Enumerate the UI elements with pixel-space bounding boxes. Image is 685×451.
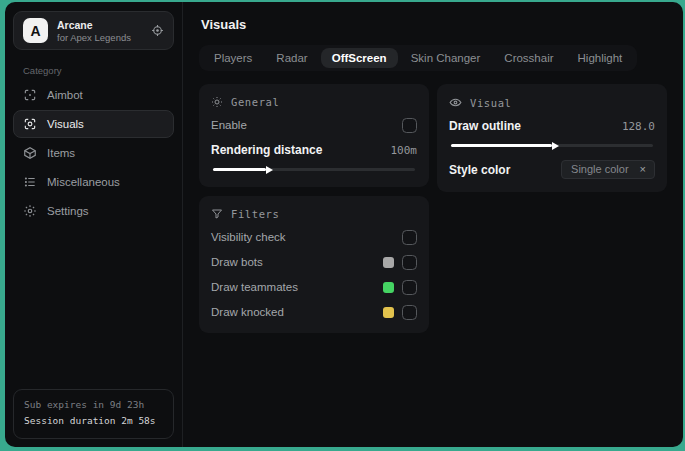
visual-panel: Visual Draw outline 128.0 Style color <box>437 84 667 192</box>
enable-checkbox[interactable] <box>402 118 417 133</box>
panel-title: Visual <box>470 97 512 109</box>
general-panel: General Enable Rendering distance 100m <box>199 84 429 187</box>
panel-area: General Enable Rendering distance 100m <box>199 84 667 333</box>
general-panel-header: General <box>211 96 417 108</box>
draw-outline-slider[interactable] <box>451 144 653 147</box>
draw-knocked-label: Draw knocked <box>211 306 284 318</box>
sidebar: A Arcane for Apex Legends Category <box>5 2 183 447</box>
draw-teammates-label: Draw teammates <box>211 281 298 293</box>
draw-knocked-row: Draw knocked <box>211 304 417 320</box>
tab-radar[interactable]: Radar <box>265 48 318 68</box>
draw-knocked-controls <box>383 305 417 320</box>
draw-teammates-row: Draw teammates <box>211 279 417 295</box>
slider-fill <box>451 144 552 147</box>
category-label: Category <box>23 65 164 76</box>
gear-icon <box>23 204 37 218</box>
draw-teammates-checkbox[interactable] <box>402 280 417 295</box>
rendering-distance-label: Rendering distance <box>211 143 322 157</box>
panel-column-right: Visual Draw outline 128.0 Style color <box>437 84 667 192</box>
filters-panel: Filters Visibility check Draw bots <box>199 196 429 333</box>
style-color-select[interactable]: Single color × <box>561 160 655 179</box>
slider-handle[interactable] <box>266 166 273 174</box>
tab-skin-changer[interactable]: Skin Changer <box>400 48 492 68</box>
session-duration-text: Session duration 2m 58s <box>24 413 163 430</box>
draw-teammates-color-swatch[interactable] <box>383 282 394 293</box>
desktop: { "accent_border_color": "#38a98e", "sid… <box>0 0 685 451</box>
funnel-icon <box>211 208 223 220</box>
visibility-check-label: Visibility check <box>211 231 286 243</box>
draw-bots-controls <box>383 255 417 270</box>
visibility-check-checkbox[interactable] <box>402 230 417 245</box>
slider-fill <box>213 168 266 171</box>
draw-teammates-controls <box>383 280 417 295</box>
sidebar-item-visuals[interactable]: Visuals <box>13 110 174 138</box>
sun-icon <box>211 96 223 108</box>
list-icon <box>23 175 37 189</box>
draw-knocked-checkbox[interactable] <box>402 305 417 320</box>
visibility-check-row: Visibility check <box>211 229 417 245</box>
rendering-distance-row: Rendering distance 100m <box>211 142 417 158</box>
brand-text: Arcane for Apex Legends <box>57 19 131 43</box>
sidebar-item-aimbot[interactable]: Aimbot <box>13 81 174 109</box>
draw-bots-checkbox[interactable] <box>402 255 417 270</box>
panel-title: Filters <box>231 208 279 220</box>
brand-card: A Arcane for Apex Legends <box>13 11 174 50</box>
style-color-row: Style color Single color × <box>449 160 655 179</box>
tab-players[interactable]: Players <box>203 48 263 68</box>
target-icon[interactable] <box>151 24 164 37</box>
draw-bots-label: Draw bots <box>211 256 263 268</box>
tab-bar: Players Radar OffScreen Skin Changer Cro… <box>199 45 637 71</box>
sidebar-spacer <box>13 225 174 389</box>
tab-highlight[interactable]: Highlight <box>567 48 634 68</box>
sidebar-item-label: Visuals <box>47 118 84 130</box>
app-title: Arcane <box>57 19 131 31</box>
draw-bots-color-swatch[interactable] <box>383 257 394 268</box>
sidebar-item-label: Items <box>47 147 75 159</box>
panel-title: General <box>231 96 279 108</box>
page-title: Visuals <box>201 17 667 32</box>
rendering-distance-value: 100m <box>391 144 418 157</box>
draw-outline-label: Draw outline <box>449 119 521 133</box>
aim-scan-icon <box>23 88 37 102</box>
tab-offscreen[interactable]: OffScreen <box>321 48 398 68</box>
sub-expires-text: Sub expires in 9d 23h <box>24 397 163 414</box>
style-color-label: Style color <box>449 163 510 177</box>
app-logo: A <box>23 18 48 43</box>
enable-row: Enable <box>211 117 417 133</box>
slider-handle[interactable] <box>552 142 559 150</box>
subscription-info: Sub expires in 9d 23h Session duration 2… <box>13 389 174 439</box>
main-content: Visuals Players Radar OffScreen Skin Cha… <box>183 2 683 447</box>
tab-crosshair[interactable]: Crosshair <box>493 48 564 68</box>
panel-column-left: General Enable Rendering distance 100m <box>199 84 429 333</box>
visual-panel-header: Visual <box>449 96 655 109</box>
sidebar-item-label: Miscellaneous <box>47 176 120 188</box>
rendering-distance-slider[interactable] <box>213 168 415 171</box>
style-color-selected-value: Single color <box>571 163 628 175</box>
filters-panel-header: Filters <box>211 208 417 220</box>
draw-bots-row: Draw bots <box>211 254 417 270</box>
app-window: A Arcane for Apex Legends Category <box>5 2 683 447</box>
clear-selection-icon[interactable]: × <box>640 163 646 175</box>
eye-scan-icon <box>23 117 37 131</box>
draw-outline-row: Draw outline 128.0 <box>449 118 655 134</box>
draw-outline-value: 128.0 <box>622 120 655 133</box>
sidebar-item-label: Settings <box>47 205 89 217</box>
eye-icon <box>449 96 462 109</box>
draw-knocked-color-swatch[interactable] <box>383 307 394 318</box>
enable-label: Enable <box>211 119 247 131</box>
sidebar-nav: Aimbot Visuals Items <box>13 81 174 225</box>
sidebar-item-miscellaneous[interactable]: Miscellaneous <box>13 168 174 196</box>
sidebar-item-label: Aimbot <box>47 89 83 101</box>
sidebar-item-settings[interactable]: Settings <box>13 197 174 225</box>
sidebar-item-items[interactable]: Items <box>13 139 174 167</box>
box-icon <box>23 146 37 160</box>
app-subtitle: for Apex Legends <box>57 32 131 43</box>
